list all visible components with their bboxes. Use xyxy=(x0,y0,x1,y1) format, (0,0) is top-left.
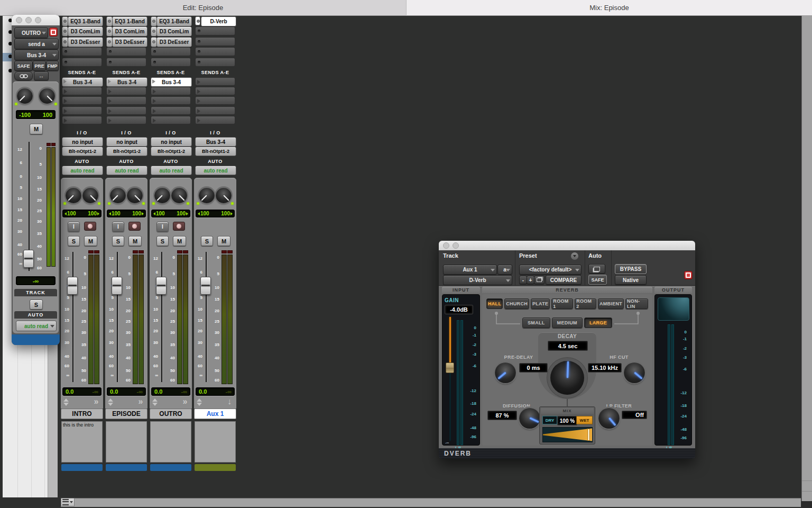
auto-mode-select[interactable]: auto read xyxy=(151,166,192,175)
algorithm-button[interactable]: PLATE xyxy=(531,298,550,309)
edit-window-titlebar[interactable]: Edit: Episode xyxy=(0,0,406,16)
input-monitor-button[interactable]: I xyxy=(68,222,80,232)
input-monitor-button[interactable]: I xyxy=(112,222,124,232)
edit-scrollbar[interactable] xyxy=(48,339,58,497)
fader-track[interactable] xyxy=(161,252,162,382)
ow-pan-display[interactable]: -100 100 xyxy=(16,110,56,119)
auto-mode-select[interactable]: auto read xyxy=(195,166,236,175)
output-window-titlebar[interactable] xyxy=(12,15,60,25)
mix-view-menu-button[interactable] xyxy=(61,498,75,506)
solo-button[interactable]: S xyxy=(68,236,80,246)
send-slot-empty[interactable] xyxy=(195,77,235,86)
volume-stepper[interactable] xyxy=(63,398,69,407)
algorithm-button[interactable]: NON-LIN xyxy=(625,298,648,309)
size-button[interactable]: MEDIUM xyxy=(552,318,583,328)
ow-pan-left-knob[interactable] xyxy=(17,88,33,104)
mix-wedge-handle[interactable] xyxy=(587,429,590,441)
send-slot-empty[interactable] xyxy=(151,116,191,124)
algorithm-button[interactable]: CHURCH xyxy=(504,298,529,309)
send-button[interactable]: Bus 3-4 xyxy=(106,77,147,87)
preset-increment-button[interactable]: + xyxy=(527,276,534,284)
input-monitor-button[interactable]: I xyxy=(156,222,169,232)
ow-fader-handle[interactable] xyxy=(23,250,34,268)
plugin-track-select[interactable]: Aux 1 xyxy=(443,265,497,275)
volume-display[interactable]: 0.0-∞ xyxy=(196,387,235,396)
clip-indicator[interactable] xyxy=(133,250,138,253)
insert-button[interactable]: EQ3 1-Band xyxy=(68,16,103,26)
ow-fmp-button[interactable]: FMP xyxy=(46,61,59,71)
insert-button[interactable]: EQ3 1-Band xyxy=(112,16,147,26)
ow-safe-button[interactable]: SAFE xyxy=(14,61,33,71)
mix-vscrollbar[interactable] xyxy=(801,16,812,501)
clip-indicator[interactable] xyxy=(94,250,99,253)
volume-display[interactable]: 0.0-∞ xyxy=(62,387,102,396)
input-select[interactable]: no input xyxy=(151,137,192,147)
plugin-titlebar[interactable] xyxy=(439,241,695,250)
auto-mode-select[interactable]: auto read xyxy=(106,166,147,175)
clip-indicator[interactable] xyxy=(177,250,182,253)
track-color-bar[interactable] xyxy=(61,464,103,471)
pan-left-knob[interactable] xyxy=(66,187,81,203)
track-comments[interactable] xyxy=(150,421,191,462)
send-slot-empty[interactable] xyxy=(151,96,191,105)
pan-display[interactable]: 100100 xyxy=(151,210,190,217)
track-color-bar[interactable] xyxy=(195,464,236,471)
minimize-icon[interactable] xyxy=(453,242,459,249)
meter-path-icon[interactable]: » xyxy=(179,396,191,407)
send-slot-empty[interactable] xyxy=(195,106,235,115)
solo-button[interactable]: S xyxy=(201,236,213,246)
fader-track[interactable] xyxy=(72,252,73,382)
send-slot-empty[interactable] xyxy=(151,87,191,95)
track-color-bar[interactable] xyxy=(150,464,191,471)
plugin-name-select[interactable]: D-Verb xyxy=(443,275,512,285)
track-name[interactable]: EPISODE xyxy=(105,409,147,419)
input-select[interactable]: Bus 3-4 xyxy=(195,137,236,147)
ow-target-button[interactable] xyxy=(49,28,58,37)
mix-value[interactable]: 100 % xyxy=(557,416,577,425)
input-select[interactable]: no input xyxy=(62,137,103,147)
auto-mode-select[interactable]: auto read xyxy=(62,166,103,175)
pan-right-knob[interactable] xyxy=(127,187,143,203)
ow-mute-button[interactable]: M xyxy=(30,124,43,134)
insert-slot-empty[interactable] xyxy=(195,26,235,35)
mix-hscrollbar[interactable] xyxy=(61,498,801,507)
insert-slot-empty[interactable] xyxy=(106,47,146,56)
pan-right-knob[interactable] xyxy=(216,187,232,203)
predelay-knob[interactable] xyxy=(495,362,516,383)
pan-left-knob[interactable] xyxy=(110,187,126,203)
preset-save-button[interactable] xyxy=(534,276,545,284)
track-name[interactable]: Aux 1 xyxy=(194,409,236,419)
fader-track[interactable] xyxy=(117,252,118,382)
zoom-icon[interactable] xyxy=(35,17,41,23)
ow-pre-button[interactable]: PRE xyxy=(33,61,46,71)
send-slot-empty[interactable] xyxy=(195,116,235,124)
output-select[interactable]: Blt-nOtpt1-2 xyxy=(62,147,103,156)
insert-button[interactable]: D3 DeEsser xyxy=(68,37,103,47)
mute-button[interactable]: M xyxy=(173,236,186,246)
input-select[interactable]: no input xyxy=(106,137,147,147)
diffusion-knob[interactable] xyxy=(519,407,540,429)
pan-display[interactable]: 100100 xyxy=(62,210,102,217)
insert-button[interactable]: EQ3 1-Band xyxy=(156,16,192,26)
preset-decrement-button[interactable]: - xyxy=(519,276,527,284)
fader-handle[interactable] xyxy=(67,277,78,295)
insert-slot-empty[interactable] xyxy=(62,47,102,56)
send-button[interactable]: Bus 3-4 xyxy=(62,77,103,87)
track-color-bar[interactable] xyxy=(106,464,147,471)
native-button[interactable]: Native xyxy=(615,275,647,285)
insert-slot-empty[interactable] xyxy=(195,37,235,46)
decay-value[interactable]: 4.5 sec xyxy=(548,341,588,351)
hfcut-value[interactable]: 15.10 kHz xyxy=(588,363,622,373)
track-comments[interactable]: this is the intro xyxy=(61,421,103,462)
algorithm-button[interactable]: ROOM 1 xyxy=(551,298,573,309)
mute-button[interactable]: M xyxy=(84,236,97,246)
hfcut-knob[interactable] xyxy=(624,362,645,383)
clip-indicator[interactable] xyxy=(227,250,233,253)
clip-indicator[interactable] xyxy=(139,250,144,253)
send-slot-empty[interactable] xyxy=(62,87,102,95)
clip-indicator[interactable] xyxy=(88,250,94,253)
size-button[interactable]: LARGE xyxy=(584,318,612,328)
plugin-target-button[interactable] xyxy=(684,271,693,279)
send-button[interactable]: Bus 3-4 xyxy=(151,77,192,87)
size-button[interactable]: SMALL xyxy=(522,318,550,328)
